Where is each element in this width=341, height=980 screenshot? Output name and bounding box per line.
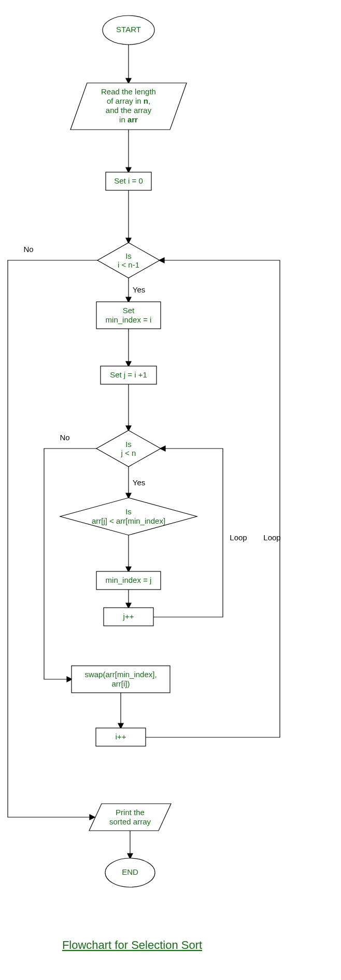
set-j-label: Set j = i +1 [110, 370, 147, 379]
dec-i-l2: i < n-1 [118, 260, 139, 269]
dec-j-l2: j < n [121, 449, 136, 457]
yes-label-2: Yes [133, 478, 145, 487]
edge-inner-no [44, 449, 96, 679]
dec-arr-l1: Is [125, 507, 132, 516]
start-label: START [116, 25, 141, 34]
i-inc-label: i++ [116, 732, 126, 741]
set-i-label: Set i = 0 [114, 176, 143, 185]
flowchart-canvas: START Read the length of array in n, and… [0, 0, 341, 980]
dec-arr-l2: arr[j] < arr[min_index] [92, 516, 165, 525]
caption: Flowchart for Selection Sort [62, 939, 202, 951]
end-label: END [122, 867, 138, 876]
edge-loop-inner [153, 449, 223, 617]
yes-label-1: Yes [133, 285, 145, 294]
print-l2: sorted array [109, 817, 151, 826]
loop-label-outer: Loop [263, 533, 280, 542]
dec-i-l1: Is [125, 251, 132, 260]
edge-outer-no [8, 260, 97, 817]
print-l1: Print the [116, 808, 145, 817]
set-min-l1: Set [123, 306, 135, 315]
loop-label-inner: Loop [230, 533, 247, 542]
dec-j-l1: Is [125, 440, 132, 449]
read-text-3: and the array [106, 106, 152, 115]
min-assign-label: min_index = j [106, 576, 152, 584]
no-label-1: No [23, 245, 33, 254]
swap-l2: arr[i]) [112, 679, 130, 688]
read-text-1: Read the length [101, 87, 156, 96]
read-text-2: of array in n, [107, 96, 150, 105]
swap-l1: swap(arr[min_index], [84, 670, 157, 679]
set-min-l2: min_index = i [106, 315, 152, 324]
read-text-4: in arr [119, 115, 138, 124]
j-inc-label: j++ [123, 612, 134, 621]
no-label-2: No [60, 433, 69, 442]
